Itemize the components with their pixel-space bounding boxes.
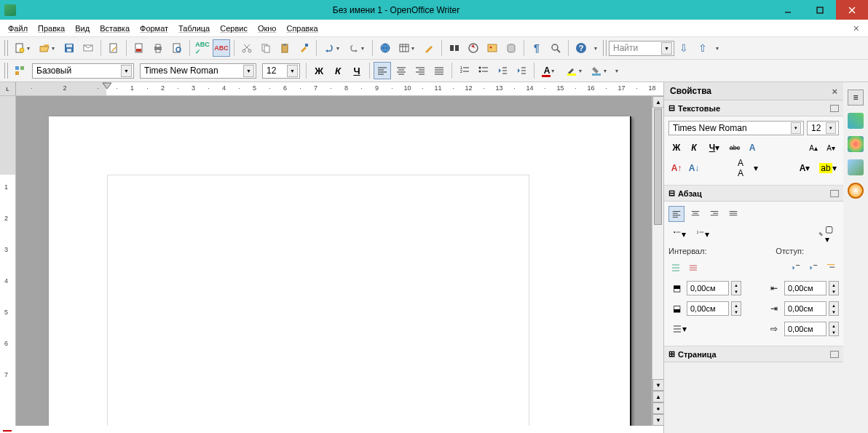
menu-tools[interactable]: Сервис [215,22,253,35]
scroll-down-button[interactable]: ▼ [652,379,663,391]
find-toolbar-input[interactable]: Найти▼ [609,41,674,56]
copy-button[interactable] [257,39,275,57]
sidebar-paracolor-button[interactable]: ▢ ▾ [817,226,839,242]
sidebar-section-text[interactable]: ⊟ Текстовые [664,100,843,116]
redo-button[interactable]: ▼ [345,39,368,57]
sidebar-tab-navigator[interactable] [848,183,864,199]
spacing-above-input[interactable]: 0,00см [687,281,729,295]
horizontal-ruler[interactable]: L · 2 · ·1·2·3·4·5·6·7·8·9·10·11·12·13·1… [0,82,663,96]
sidebar-superscript-button[interactable]: A▴ [805,140,821,156]
indent-after-input[interactable]: 0,00см [784,301,826,316]
font-size-combo[interactable]: 12▼ [262,63,300,79]
chevron-down-icon[interactable]: ▼ [287,65,298,77]
maximize-button[interactable] [804,0,836,20]
find-next-button[interactable]: ⇩ [675,39,693,57]
sidebar-section-page[interactable]: ⊞ Страница [664,346,843,362]
vertical-scrollbar[interactable]: ▲ ▼ ▲ ● ▼ [652,96,663,426]
chevron-down-icon[interactable]: ▾ [791,122,801,134]
sidebar-inc-spacing-button[interactable] [668,260,684,276]
next-page-button[interactable]: ▼ [652,414,663,426]
bold-button[interactable]: Ж [310,62,328,79]
sidebar-dec-spacing-button[interactable] [686,260,702,276]
sidebar-font-combo[interactable]: Times New Roman▾ [668,121,804,135]
sidebar-grow-font-button[interactable]: A↑ [668,160,684,176]
menu-edit[interactable]: Правка [33,22,70,35]
sidebar-fontcolor-button[interactable]: A ▾ [794,160,816,176]
sidebar-tab-properties[interactable] [848,113,864,129]
chevron-down-icon[interactable]: ▾ [826,122,836,134]
sidebar-subscript-button[interactable]: A▾ [823,140,839,156]
align-left-button[interactable] [374,62,391,79]
align-right-button[interactable] [411,62,429,79]
page[interactable] [49,116,631,426]
save-button[interactable] [60,39,78,57]
sidebar-numbering-button[interactable]: 1 ▾ [692,226,714,242]
numbering-button[interactable]: 12 [456,62,473,79]
menu-close-doc-icon[interactable]: × [853,23,859,34]
sidebar-underline-button[interactable]: Ч ▾ [703,140,725,156]
toolbar-overflow-icon[interactable]: ▼ [591,46,601,51]
document-viewport[interactable]: ▲ ▼ ▲ ● ▼ [16,96,663,426]
background-color-button[interactable]: ▼ [588,62,611,79]
vertical-ruler[interactable]: 1 2 3 4 5 6 7 [0,96,16,426]
email-button[interactable] [79,39,97,57]
undo-button[interactable]: ▼ [320,39,344,57]
highlight-button[interactable]: ▼ [563,62,586,79]
spinner[interactable]: ▲▼ [829,301,839,316]
menu-view[interactable]: Вид [70,22,95,35]
toolbar-overflow-icon[interactable]: ▼ [612,68,622,74]
zoom-button[interactable] [547,39,564,57]
chevron-down-icon[interactable]: ▼ [243,65,254,77]
export-pdf-button[interactable] [130,39,148,57]
spinner[interactable]: ▲▼ [829,322,839,336]
new-doc-button[interactable]: ▼ [11,39,34,57]
find-prev-button[interactable]: ⇧ [694,39,711,57]
underline-button[interactable]: Ч [348,62,366,79]
cut-button[interactable] [238,39,256,57]
scroll-thumb[interactable] [654,108,662,225]
toolbar-handle[interactable] [603,40,607,56]
font-color-button[interactable]: A▼ [538,62,561,79]
find-replace-button[interactable] [446,39,463,57]
toolbar-overflow-icon[interactable]: ▼ [712,46,722,51]
sidebar-bold-button[interactable]: Ж [668,140,684,156]
prev-page-button[interactable]: ▲ [652,391,663,402]
menu-format[interactable]: Формат [135,22,173,35]
sidebar-char-spacing-button[interactable]: A A ▾ [737,160,759,176]
toolbar-handle[interactable] [4,63,8,79]
gallery-button[interactable] [484,39,501,57]
sidebar-close-icon[interactable]: × [832,86,837,97]
sidebar-shrink-font-button[interactable]: A↓ [686,160,702,176]
toolbar-handle[interactable] [4,40,8,56]
text-area[interactable] [107,175,529,426]
chevron-down-icon[interactable]: ▼ [661,42,672,55]
minimize-button[interactable] [772,0,804,20]
sidebar-italic-button[interactable]: К [686,140,702,156]
nonprinting-chars-button[interactable]: ¶ [528,39,545,57]
help-button[interactable]: ? [572,39,590,57]
hyperlink-button[interactable] [376,39,394,57]
spellcheck-button[interactable]: ABC✓ [194,39,211,57]
indent-before-input[interactable]: 0,00см [784,281,826,295]
scroll-up-button[interactable]: ▲ [652,96,663,108]
italic-button[interactable]: К [329,62,347,79]
sidebar-bullets-button[interactable]: ▾ [668,226,690,242]
sidebar-tab-styles[interactable] [848,136,864,152]
menu-insert[interactable]: Вставка [95,22,135,35]
font-name-combo[interactable]: Times New Roman▼ [140,63,256,79]
menu-window[interactable]: Окно [253,22,282,35]
spinner[interactable]: ▲▼ [731,301,741,316]
paragraph-style-combo[interactable]: Базовый▼ [32,63,134,79]
section-more-icon[interactable] [830,190,839,197]
close-button[interactable] [836,0,868,20]
bullets-button[interactable] [475,62,492,79]
sidebar-strike-button[interactable]: abc [727,140,743,156]
sidebar-hanging-indent-button[interactable] [823,260,839,276]
print-preview-button[interactable] [168,39,186,57]
insert-table-button[interactable]: ▼ [395,39,419,57]
sidebar-settings-icon[interactable]: ≡ [848,90,864,106]
section-more-icon[interactable] [830,105,839,112]
sidebar-tab-gallery[interactable] [848,159,864,175]
styles-button[interactable] [11,62,28,79]
print-button[interactable] [149,39,167,57]
